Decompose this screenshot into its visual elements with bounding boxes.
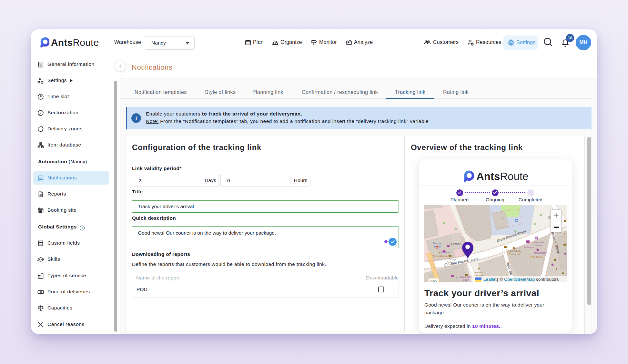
svg-text:Bedford: Bedford	[441, 251, 451, 254]
svg-text:©: ©	[500, 277, 503, 282]
svg-text:OpenStreetMap: OpenStreetMap	[504, 277, 535, 282]
svg-text:Morgan: Morgan	[433, 242, 442, 245]
svg-text:Escape: Escape	[451, 242, 461, 246]
svg-text:↑: ↑	[469, 264, 470, 267]
svg-text:Distinctive: Distinctive	[532, 241, 544, 244]
svg-text:A400: A400	[430, 279, 437, 282]
svg-text:|: |	[497, 277, 498, 282]
svg-text:Jarndyce: Jarndyce	[524, 246, 534, 249]
svg-text:Rits Place: Rits Place	[531, 256, 543, 259]
svg-text:Aguara: Aguara	[474, 271, 483, 274]
svg-text:Leaflet: Leaflet	[483, 277, 497, 282]
svg-text:50: 50	[456, 277, 458, 279]
svg-text:George: George	[449, 258, 457, 261]
svg-text:Court: Court	[463, 278, 469, 281]
svg-text:P: P	[516, 219, 518, 222]
svg-text:Du Maurier: Du Maurier	[447, 261, 459, 264]
svg-text:Cours cat: Cours cat	[509, 253, 521, 256]
svg-text:Limited: Limited	[534, 244, 542, 247]
svg-text:Munchkins: Munchkins	[460, 276, 472, 278]
svg-text:11: 11	[489, 260, 491, 263]
svg-text:Tas restaurant: Tas restaurant	[432, 255, 450, 258]
svg-text:MokSpace: MokSpace	[534, 251, 547, 255]
svg-text:contributors: contributors	[536, 277, 559, 282]
